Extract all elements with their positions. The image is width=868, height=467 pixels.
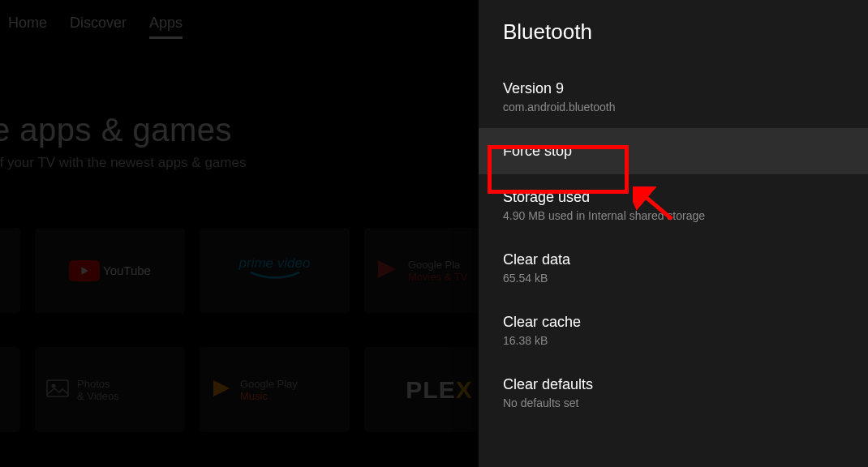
plex-label: PLEX [406, 376, 472, 404]
clear-cache-label: Clear cache [503, 314, 844, 331]
app-tile-prime[interactable]: prime video [200, 228, 350, 313]
app-tile-google-play-music[interactable]: Google Play Music [200, 347, 350, 432]
svg-rect-2 [47, 380, 68, 396]
item-force-stop[interactable]: Force stop [479, 128, 868, 174]
force-stop-label: Force stop [503, 143, 844, 160]
photos-icon [46, 379, 69, 400]
panel-body: Version 9 com.android.bluetooth Force st… [479, 66, 868, 424]
prime-swoosh-icon [239, 270, 311, 285]
tab-home[interactable]: Home [8, 15, 47, 39]
app-tile-partial-2[interactable] [0, 347, 20, 432]
version-sub: com.android.bluetooth [503, 101, 844, 114]
item-storage-used[interactable]: Storage used 4.90 MB used in Internal sh… [479, 174, 868, 237]
clear-defaults-label: Clear defaults [503, 376, 844, 393]
tab-discover[interactable]: Discover [70, 15, 127, 39]
tab-apps[interactable]: Apps [149, 15, 183, 39]
clear-defaults-sub: No defaults set [503, 396, 844, 409]
svg-point-3 [52, 384, 56, 388]
clear-cache-sub: 16.38 kB [503, 334, 844, 347]
svg-marker-0 [81, 267, 88, 275]
photos-l1: Photos [77, 378, 119, 390]
play-music-icon [211, 378, 232, 401]
clear-data-sub: 65.54 kB [503, 272, 844, 285]
svg-marker-1 [378, 260, 396, 278]
play-movies-icon [376, 257, 400, 284]
app-tile-youtube[interactable]: YouTube [35, 228, 185, 313]
storage-sub: 4.90 MB used in Internal shared storage [503, 209, 844, 222]
svg-marker-4 [213, 380, 230, 396]
item-clear-defaults[interactable]: Clear defaults No defaults set [479, 362, 868, 424]
gplay-movies-l2: Movies & TV [408, 271, 467, 283]
photos-l2: & Videos [77, 390, 119, 402]
prime-label: prime video [239, 255, 311, 271]
gplay-music-l2: Music [240, 390, 298, 402]
item-version[interactable]: Version 9 com.android.bluetooth [479, 66, 868, 128]
item-clear-cache[interactable]: Clear cache 16.38 kB [479, 299, 868, 362]
youtube-label: YouTube [103, 263, 151, 277]
storage-label: Storage used [503, 189, 844, 206]
version-label: Version 9 [503, 80, 844, 97]
app-tile-partial[interactable] [0, 228, 20, 313]
gplay-music-l1: Google Play [240, 378, 298, 390]
gplay-movies-l1: Google Pla [408, 259, 467, 271]
app-tile-photos[interactable]: Photos & Videos [35, 347, 185, 432]
item-clear-data[interactable]: Clear data 65.54 kB [479, 237, 868, 299]
youtube-icon [69, 260, 100, 281]
panel-title: Bluetooth [479, 0, 868, 66]
clear-data-label: Clear data [503, 251, 844, 268]
settings-panel: Bluetooth Version 9 com.android.bluetoot… [479, 0, 868, 467]
